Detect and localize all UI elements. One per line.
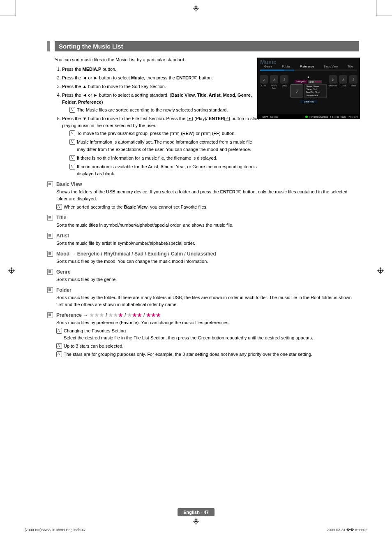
subsection-body: Sorts the music titles in symbol/number/… bbox=[56, 222, 359, 229]
up-arrow-icon: ▲ bbox=[307, 75, 310, 79]
bullet-icon bbox=[47, 312, 53, 318]
subsection-title: Basic View bbox=[56, 181, 82, 187]
ss-progress-bar bbox=[260, 70, 357, 71]
subsection-genre: Genre Sorts music files by the genre. bbox=[47, 269, 359, 283]
svg-point-15 bbox=[195, 520, 197, 522]
subsection-basic-view: Basic View Shows the folders of the USB … bbox=[47, 181, 359, 211]
subsection-note: The stars are for grouping purposes only… bbox=[56, 351, 359, 358]
ss-tag: 3/37 ★★★ bbox=[308, 80, 322, 84]
play-icon bbox=[187, 117, 193, 121]
crop-mark bbox=[16, 0, 16, 16]
subsection-title: Folder bbox=[56, 287, 71, 293]
step-5-note-2: Music information is automatically set. … bbox=[69, 139, 259, 153]
ss-footer-item: ● Select bbox=[330, 116, 339, 118]
step-4-note: The Music files are sorted according to … bbox=[69, 107, 259, 114]
heading-accent bbox=[47, 41, 50, 51]
step-5-note-1: To move to the previous/next group, pres… bbox=[69, 130, 259, 137]
subsection-title-sort: Title Sorts the music titles in symbol/n… bbox=[47, 215, 359, 229]
step-2: Press the ◄ or ► button to select Music,… bbox=[62, 74, 259, 81]
enter-icon bbox=[192, 76, 197, 80]
print-footer: [7000-NA]BN68-01988H-Eng.indb 47 2009-03… bbox=[25, 528, 367, 532]
subsection-note: Changing the Favorites Setting Select th… bbox=[56, 327, 359, 341]
step-1: Press the MEDIA.P button. bbox=[62, 66, 259, 73]
step-4: Press the ◄ or ► button to select a sort… bbox=[62, 92, 259, 114]
subsection-note: When sorted according to the Basic View,… bbox=[56, 204, 359, 211]
enter-icon bbox=[224, 117, 230, 121]
subsection-title: Title bbox=[56, 215, 66, 221]
subsection-title: Mood → Energetic / Rhythmical / Sad / Ex… bbox=[56, 251, 216, 257]
rewind-icon bbox=[170, 132, 179, 136]
crop-mark bbox=[376, 0, 376, 16]
subsection-title: Genre bbox=[56, 269, 71, 275]
music-note-icon: ♪ bbox=[349, 75, 357, 84]
music-note-icon: ♪ bbox=[270, 75, 278, 84]
music-note-icon: ♪ bbox=[329, 75, 337, 84]
step-5-note-3: If there is no title information for a m… bbox=[69, 155, 259, 162]
crop-mark bbox=[0, 16, 16, 16]
registration-mark-icon bbox=[8, 267, 15, 274]
ss-tab: Title bbox=[347, 65, 354, 68]
crop-mark bbox=[376, 16, 392, 16]
bullet-icon bbox=[47, 215, 53, 221]
registration-mark-icon bbox=[193, 518, 199, 525]
ss-song-list: Shine Shine Clean Girl Feel My Soul Soun… bbox=[304, 84, 327, 98]
step-list: Press the MEDIA.P button. Press the ◄ or… bbox=[55, 66, 259, 177]
star-rating-icon: ★★★ bbox=[146, 312, 161, 318]
bullet-icon bbox=[47, 287, 53, 293]
svg-point-7 bbox=[11, 270, 12, 272]
subsection-preference: Preference → ★★★ / ★★★ / ★★★ / ★★★ Sorts… bbox=[47, 312, 359, 358]
ss-tab: Folder bbox=[281, 65, 291, 68]
registration-mark-icon bbox=[377, 267, 384, 274]
ss-footer: ← SUM Device Favorites Setting ● Select … bbox=[258, 114, 360, 119]
green-dot-icon bbox=[305, 116, 308, 118]
subsection-body: Sorts the music file by artist in symbol… bbox=[56, 240, 359, 247]
subsection-body: Shows the folders of the USB memory devi… bbox=[56, 188, 359, 202]
enter-icon bbox=[236, 190, 241, 194]
step-5: Press the ▼ button to move to the File L… bbox=[62, 115, 259, 177]
bullet-icon bbox=[47, 181, 53, 187]
subsection-title: Preference → ★★★ / ★★★ / ★★★ / ★★★ bbox=[56, 312, 161, 318]
footer-right: 2009-03-31 �� 8:11:02 bbox=[327, 528, 367, 532]
ss-footer-item: Device bbox=[270, 116, 278, 118]
ss-footer-item: ← SUM bbox=[259, 116, 268, 118]
bullet-icon bbox=[47, 269, 53, 275]
music-note-icon: ♪ bbox=[280, 75, 288, 84]
section-title: Sorting the Music List bbox=[55, 41, 359, 51]
section-heading: Sorting the Music List bbox=[47, 41, 359, 51]
fast-forward-icon bbox=[201, 132, 210, 136]
subsection-note: Up to 3 stars can be selected. bbox=[56, 343, 359, 350]
svg-point-11 bbox=[380, 270, 381, 272]
subsection-title: Artist bbox=[56, 233, 69, 239]
subsection-body: Sorts music files by the mood. You can c… bbox=[56, 258, 359, 265]
star-rating-icon: ★★★ bbox=[127, 312, 142, 318]
ss-footer-item: ↩ Return bbox=[348, 115, 358, 118]
bullet-icon bbox=[47, 251, 53, 257]
ss-tabs: Genre Folder Preference Basic View Title bbox=[258, 65, 360, 68]
svg-point-3 bbox=[195, 7, 197, 9]
ss-footer-item: Tools bbox=[340, 116, 346, 118]
footer-left: [7000-NA]BN68-01988H-Eng.indb 47 bbox=[25, 528, 86, 532]
star-rating-icon: ★★★ bbox=[90, 312, 104, 318]
subsection-folder: Folder Sorts music files by the folder. … bbox=[47, 287, 359, 308]
subsection-body: Sorts music files by the genre. bbox=[56, 276, 359, 283]
subsection-mood: Mood → Energetic / Rhythmical / Sad / Ex… bbox=[47, 251, 359, 265]
ss-footer-item: Favorites Setting bbox=[309, 116, 328, 118]
subsection-artist: Artist Sorts the music file by artist in… bbox=[47, 233, 359, 247]
subsection-body: Sorts music files by preference (Favorit… bbox=[56, 319, 359, 326]
ss-tag: Energetic bbox=[295, 80, 307, 84]
ss-now-playing: I Love You bbox=[300, 100, 316, 103]
star-rating-icon: ★★★ bbox=[108, 312, 123, 318]
subsection-body: Sorts music files by the folder. If ther… bbox=[56, 294, 359, 308]
music-note-icon: ♪ bbox=[290, 84, 303, 98]
music-note-icon: ♪ bbox=[339, 75, 347, 84]
music-note-icon: ♪ bbox=[260, 75, 268, 84]
ss-tab-selected: Preference bbox=[299, 65, 315, 68]
bullet-icon bbox=[47, 233, 53, 239]
ss-tab: Genre bbox=[263, 65, 273, 68]
step-5-note-4: If no information is available for the A… bbox=[69, 163, 259, 177]
ss-tab: Basic View bbox=[323, 65, 339, 68]
registration-mark-icon bbox=[193, 5, 199, 12]
page-number-label: English - 47 bbox=[178, 508, 214, 516]
step-3: Press the ▲ button to move to the Sort k… bbox=[62, 83, 259, 90]
ui-screenshot-mock: Music Genre Folder Preference Basic View… bbox=[257, 58, 360, 119]
